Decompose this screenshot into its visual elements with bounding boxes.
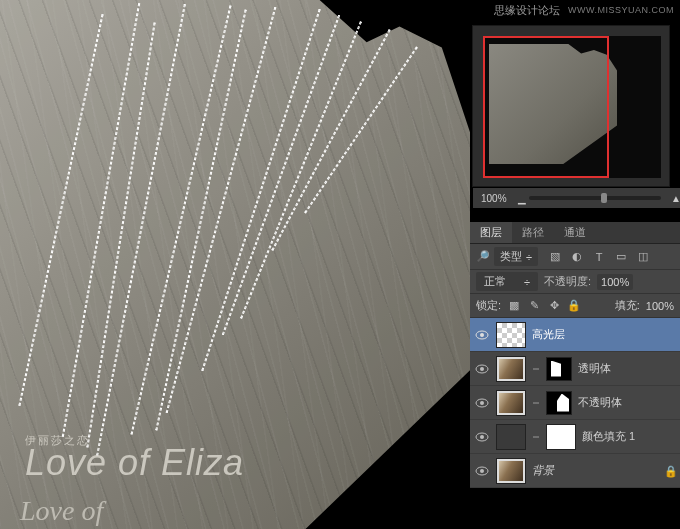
layer-row-colorfill[interactable]: 颜色填充 1 [470,420,680,454]
blend-mode-dropdown[interactable]: 正常 ÷ [476,272,538,291]
visibility-toggle[interactable] [474,429,490,445]
layer-name[interactable]: 颜色填充 1 [582,429,676,444]
navigator-viewbox[interactable] [483,36,609,178]
tab-layers[interactable]: 图层 [470,222,512,243]
layer-name[interactable]: 高光层 [532,327,676,342]
layers-panel: 图层 路径 通道 🔎 类型 ÷ ▧ ◐ T ▭ ◫ 正常 ÷ 不透明度: 100… [470,222,680,488]
lock-label: 锁定: [476,298,501,313]
watermark: 思缘设计论坛 WWW.MISSYUAN.COM [470,0,680,20]
link-icon [532,433,540,441]
svg-point-7 [480,435,484,439]
lock-icon: 🔒 [664,465,676,477]
layer-row-opaque[interactable]: 不透明体 [470,386,680,420]
opacity-label: 不透明度: [544,274,591,289]
tab-channels[interactable]: 通道 [554,222,596,243]
lock-all-icon[interactable]: 🔒 [567,299,581,313]
layer-filter-row: 🔎 类型 ÷ ▧ ◐ T ▭ ◫ [470,244,680,270]
tab-paths[interactable]: 路径 [512,222,554,243]
panel-tabs: 图层 路径 通道 [470,222,680,244]
layer-name[interactable]: 透明体 [578,361,676,376]
link-icon [532,399,540,407]
visibility-toggle[interactable] [474,463,490,479]
zoom-in-button[interactable]: ▲ [669,193,680,204]
fill-value[interactable]: 100% [646,300,674,312]
layer-row-transparent[interactable]: 透明体 [470,352,680,386]
layer-mask[interactable] [546,391,572,415]
layer-list: 高光层 透明体 不透明体 [470,318,680,488]
link-icon [532,365,540,373]
zoom-out-button[interactable]: ▁ [515,193,529,204]
layer-thumbnail[interactable] [496,322,526,348]
filter-type-icon[interactable]: T [592,250,606,264]
filter-adjustment-icon[interactable]: ◐ [570,250,584,264]
navigator-preview[interactable] [483,36,661,178]
opacity-value[interactable]: 100% [597,274,633,290]
layer-row-highlight[interactable]: 高光层 [470,318,680,352]
filter-type-dropdown[interactable]: 类型 ÷ [494,247,538,266]
layer-name[interactable]: 不透明体 [578,395,676,410]
filter-search-icon[interactable]: 🔎 [476,250,490,263]
artwork-title: 伊丽莎之恋 Love of Eliza [25,433,244,484]
document-canvas[interactable]: 伊丽莎之恋 Love of Eliza Love of [0,0,470,529]
svg-point-1 [480,333,484,337]
zoom-level[interactable]: 100% [473,193,515,204]
svg-point-3 [480,367,484,371]
layer-thumbnail[interactable] [496,390,526,416]
filter-shape-icon[interactable]: ▭ [614,250,628,264]
navigator-panel: 100% ▁ ▲ [472,25,670,187]
lock-transparent-icon[interactable]: ▩ [507,299,521,313]
filter-pixel-icon[interactable]: ▧ [548,250,562,264]
lock-row: 锁定: ▩ ✎ ✥ 🔒 填充: 100% [470,294,680,318]
layer-mask[interactable] [546,357,572,381]
navigator-zoom-bar: 100% ▁ ▲ [473,188,680,208]
blend-row: 正常 ÷ 不透明度: 100% [470,270,680,294]
layer-thumbnail[interactable] [496,356,526,382]
visibility-toggle[interactable] [474,395,490,411]
visibility-toggle[interactable] [474,327,490,343]
svg-point-5 [480,401,484,405]
artwork-title-echo: Love of [20,495,103,527]
layer-thumbnail[interactable] [496,458,526,484]
lock-move-icon[interactable]: ✥ [547,299,561,313]
svg-point-9 [480,469,484,473]
chevron-down-icon: ÷ [526,251,532,263]
layer-row-background[interactable]: 背景 🔒 [470,454,680,488]
lock-brush-icon[interactable]: ✎ [527,299,541,313]
filter-smart-icon[interactable]: ◫ [636,250,650,264]
layer-name[interactable]: 背景 [532,463,658,478]
visibility-toggle[interactable] [474,361,490,377]
zoom-slider[interactable] [529,196,661,200]
layer-mask[interactable] [546,424,576,450]
layer-thumbnail[interactable] [496,424,526,450]
fill-label: 填充: [615,298,640,313]
chevron-down-icon: ÷ [524,276,530,288]
